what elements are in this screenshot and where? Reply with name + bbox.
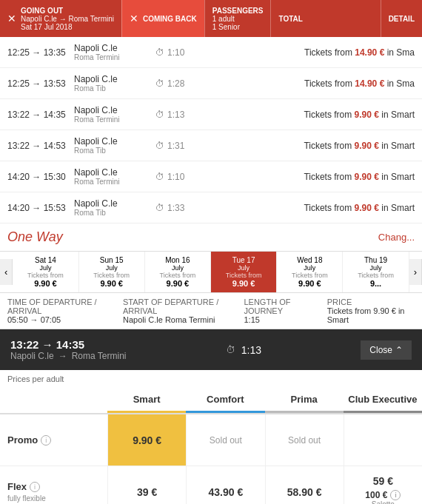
- date-tickets-label: Tickets from: [214, 272, 273, 279]
- train-time: 13:22 → 14:35: [7, 110, 74, 120]
- flex-comfort-price: 43.90 €: [209, 486, 244, 498]
- train-price: Tickets from 14.90 € in Sma: [304, 47, 415, 58]
- selected-train-time-group: 13:22 → 14:35 Napoli C.le → Roma Termini: [10, 338, 127, 361]
- promo-prima-price: Sold out: [288, 435, 321, 446]
- train-time: 14:20 → 15:30: [7, 172, 74, 182]
- date-day: Sat 14: [16, 256, 75, 264]
- train-list-item[interactable]: 13:22 → 14:53 Napoli C.leRoma Tib ⏱1:31 …: [0, 130, 422, 161]
- train-price: Tickets from 14.90 € in Sma: [304, 78, 415, 89]
- close-going-icon[interactable]: ✕: [7, 13, 16, 24]
- flex-club-salotto-info-icon[interactable]: i: [390, 490, 401, 500]
- train-time: 12:25 → 13:35: [7, 47, 74, 58]
- total-section: Total: [270, 0, 309, 37]
- train-time: 13:22 → 14:53: [7, 141, 74, 151]
- one-way-section: One Way Chang...: [0, 224, 422, 252]
- price-row-flex: Flex i fully flexible 39 € 43.90 € 58.90…: [0, 466, 422, 504]
- date-day: Sun 15: [82, 256, 141, 264]
- train-duration: ⏱1:33: [155, 203, 192, 213]
- duration-icon: ⏱: [226, 344, 235, 355]
- going-out-label: Going Out: [21, 7, 114, 15]
- close-back-icon[interactable]: ✕: [130, 13, 138, 24]
- flex-smart-cell[interactable]: 39 €: [107, 466, 186, 504]
- train-dest: Roma Tib: [74, 84, 155, 93]
- promo-info-icon[interactable]: i: [41, 435, 51, 446]
- close-ticket-button[interactable]: Close ⌃: [361, 340, 412, 360]
- train-dest: Roma Tib: [74, 147, 155, 155]
- train-list-item[interactable]: 14:20 → 15:53 Napoli C.leRoma Tib ⏱1:33 …: [0, 192, 422, 224]
- promo-comfort-cell: Sold out: [186, 414, 264, 466]
- flex-info-icon[interactable]: i: [30, 482, 40, 492]
- clock-icon: ⏱: [155, 141, 164, 151]
- train-duration: ⏱1:31: [155, 141, 192, 151]
- flex-row-name: Flex: [7, 481, 27, 492]
- filter-row: TIME OF DEPARTURE / ARRIVAL 05:50 → 07:0…: [0, 293, 422, 329]
- date-item[interactable]: Wed 18 July Tickets from 9.90 €: [277, 252, 343, 292]
- filter-duration-label: LENGTH OF JOURNEY: [244, 298, 319, 315]
- selected-train-info: 13:22 → 14:35 Napoli C.le → Roma Termini: [10, 338, 127, 361]
- promo-smart-price: 9.90 €: [133, 434, 161, 446]
- passengers-value: 1 adult 1 Senior: [212, 15, 264, 31]
- clock-icon: ⏱: [155, 110, 164, 120]
- date-item[interactable]: Thu 19 July Tickets from 9...: [343, 252, 409, 292]
- clock-icon: ⏱: [155, 78, 164, 89]
- date-price: 9.90 €: [82, 279, 141, 288]
- date-item[interactable]: Sun 15 July Tickets from 9.90 €: [79, 252, 145, 292]
- train-name: Napoli C.leRoma Tib: [74, 74, 155, 93]
- date-day: Thu 19: [346, 256, 405, 264]
- flex-prima-cell[interactable]: 58.90 €: [265, 466, 344, 504]
- flex-smart-price: 39 €: [137, 486, 157, 498]
- flex-row-sub: fully flexible: [7, 494, 100, 503]
- date-price: 9...: [346, 279, 405, 288]
- train-duration: ⏱1:10: [155, 172, 192, 182]
- date-day: Mon 16: [148, 256, 207, 264]
- date-tickets-label: Tickets from: [148, 272, 207, 279]
- clock-icon: ⏱: [155, 47, 164, 58]
- selected-route-line1: Napoli C.le: [10, 351, 54, 361]
- date-tickets-label: Tickets from: [16, 272, 75, 279]
- date-prev-button[interactable]: ‹: [0, 259, 13, 285]
- train-name: Napoli C.leRoma Tib: [74, 136, 155, 155]
- coming-back-section: ✕ Coming Back: [121, 0, 204, 37]
- train-duration: ⏱1:10: [155, 47, 192, 58]
- filter-price-value: Tickets from 9.90 € in Smart: [327, 306, 415, 324]
- train-list-item[interactable]: 12:25 → 13:35 Napoli C.leRoma Termini ⏱1…: [0, 37, 422, 68]
- date-month: July: [82, 264, 141, 272]
- train-price: Tickets from 9.90 € in Smart: [304, 141, 415, 151]
- train-name: Napoli C.leRoma Termini: [74, 167, 155, 186]
- date-item[interactable]: Mon 16 July Tickets from 9.90 €: [145, 252, 211, 292]
- col-header-comfort: Comfort: [186, 388, 264, 413]
- train-time: 14:20 → 15:53: [7, 203, 74, 213]
- date-day: Tue 17: [214, 256, 273, 264]
- train-time: 12:25 → 13:53: [7, 78, 74, 89]
- date-item[interactable]: Sat 14 July Tickets from 9.90 €: [13, 252, 78, 292]
- date-month: July: [346, 264, 405, 272]
- date-next-button[interactable]: ›: [409, 259, 422, 285]
- train-price: Tickets from 9.90 € in Smart: [304, 110, 415, 120]
- price-table-section: Prices per adult Smart Comfort Prima Clu…: [0, 370, 422, 504]
- flex-club-salotto-price: 100 €: [365, 490, 387, 500]
- train-list-item[interactable]: 14:20 → 15:30 Napoli C.leRoma Termini ⏱1…: [0, 161, 422, 192]
- promo-prima-cell: Sold out: [265, 414, 344, 466]
- total-label: Total: [278, 15, 302, 23]
- prices-per-adult-label: Prices per adult: [0, 370, 422, 388]
- filter-time-value: 05:50 → 07:05: [7, 315, 115, 324]
- train-name: Napoli C.leRoma Termini: [74, 105, 155, 124]
- date-item[interactable]: Tue 17 July Tickets from 9.90 €: [211, 252, 277, 292]
- date-selector: ‹ Sat 14 July Tickets from 9.90 € Sun 15…: [0, 252, 422, 293]
- train-list-item[interactable]: 13:22 → 14:35 Napoli C.leRoma Termini ⏱1…: [0, 99, 422, 130]
- date-month: July: [148, 264, 207, 272]
- coming-back-label: Coming Back: [143, 15, 197, 23]
- flex-club-cell[interactable]: 59 € 100 € i Salotto: [344, 466, 422, 504]
- clock-icon: ⏱: [155, 172, 164, 182]
- date-price: 9.90 €: [280, 279, 339, 288]
- train-dest: Roma Tib: [74, 209, 155, 217]
- change-link[interactable]: Chang...: [378, 232, 415, 243]
- selected-train-right: ⏱ 1:13: [226, 344, 261, 356]
- promo-smart-cell[interactable]: 9.90 €: [107, 414, 186, 466]
- date-price: 9.90 €: [214, 279, 273, 288]
- train-list-item[interactable]: 12:25 → 13:53 Napoli C.leRoma Tib ⏱1:28 …: [0, 68, 422, 99]
- filter-start-value: Napoli C.le Roma Termini: [123, 315, 236, 324]
- train-dest: Roma Termini: [74, 53, 155, 61]
- col-headers: Smart Comfort Prima Club Executive: [0, 388, 422, 414]
- flex-comfort-cell[interactable]: 43.90 €: [186, 466, 264, 504]
